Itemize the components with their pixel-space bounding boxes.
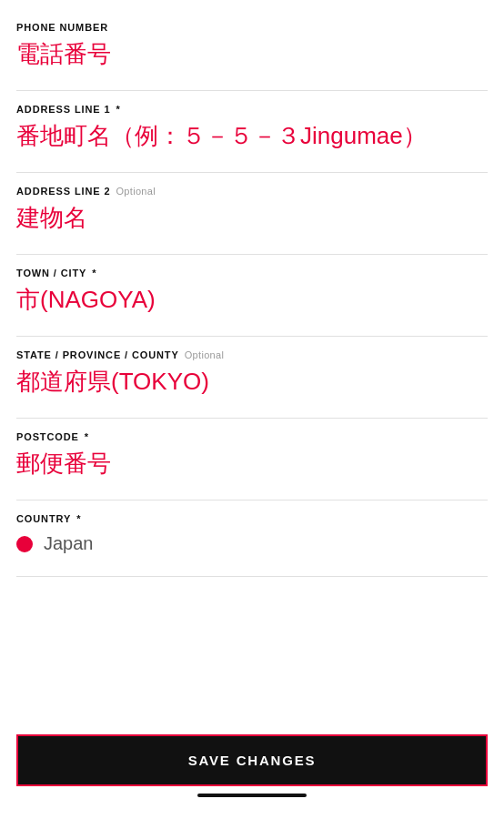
phone-label-text: PHONE NUMBER: [16, 22, 108, 33]
city-value[interactable]: 市(NAGOYA): [16, 278, 488, 325]
state-label: STATE / PROVINCE / COUNTY Optional: [16, 337, 488, 360]
save-button-container: SAVE CHANGES: [0, 722, 504, 819]
country-value-row[interactable]: Japan: [16, 524, 488, 565]
city-required: *: [92, 268, 96, 278]
state-value[interactable]: 都道府県(TOKYO): [16, 360, 488, 407]
save-changes-button[interactable]: SAVE CHANGES: [16, 734, 488, 786]
form-container: PHONE NUMBER 電話番号 ADDRESS LINE 1* 番地町名（例…: [0, 0, 504, 650]
address2-label-text: ADDRESS LINE 2: [16, 186, 110, 197]
phone-label: PHONE NUMBER: [16, 9, 488, 33]
address1-required: *: [116, 104, 120, 115]
city-label: TOWN / CITY*: [16, 255, 488, 278]
phone-value[interactable]: 電話番号: [16, 33, 488, 79]
country-required: *: [76, 513, 81, 524]
home-indicator: [197, 794, 307, 797]
country-label: COUNTRY*: [16, 500, 488, 524]
state-field-group: STATE / PROVINCE / COUNTY Optional 都道府県(…: [16, 337, 488, 419]
address2-optional-tag: Optional: [116, 186, 156, 197]
address1-label: ADDRESS LINE 1*: [16, 91, 488, 115]
state-optional-tag: Optional: [185, 349, 225, 360]
address1-label-text: ADDRESS LINE 1: [16, 104, 110, 115]
state-label-text: STATE / PROVINCE / COUNTY: [16, 349, 179, 360]
postcode-value[interactable]: 郵便番号: [16, 442, 488, 489]
address2-value[interactable]: 建物名: [16, 197, 488, 243]
country-name: Japan: [44, 533, 94, 554]
address1-value[interactable]: 番地町名（例：５－５－３Jingumae）: [16, 115, 488, 161]
postcode-label: POSTCODE*: [16, 419, 488, 442]
address2-field-group: ADDRESS LINE 2 Optional 建物名: [16, 173, 488, 255]
city-field-group: TOWN / CITY* 市(NAGOYA): [16, 255, 488, 337]
address2-label: ADDRESS LINE 2 Optional: [16, 173, 488, 197]
country-flag-dot: [16, 536, 33, 552]
country-field-group: COUNTRY* Japan: [16, 500, 488, 577]
city-label-text: TOWN / CITY: [16, 268, 86, 278]
postcode-required: *: [85, 431, 89, 442]
postcode-field-group: POSTCODE* 郵便番号: [16, 419, 488, 500]
country-label-text: COUNTRY: [16, 513, 71, 524]
postcode-label-text: POSTCODE: [16, 431, 79, 442]
bottom-spacer: [16, 577, 488, 650]
phone-field-group: PHONE NUMBER 電話番号: [16, 9, 488, 91]
address1-field-group: ADDRESS LINE 1* 番地町名（例：５－５－３Jingumae）: [16, 91, 488, 173]
